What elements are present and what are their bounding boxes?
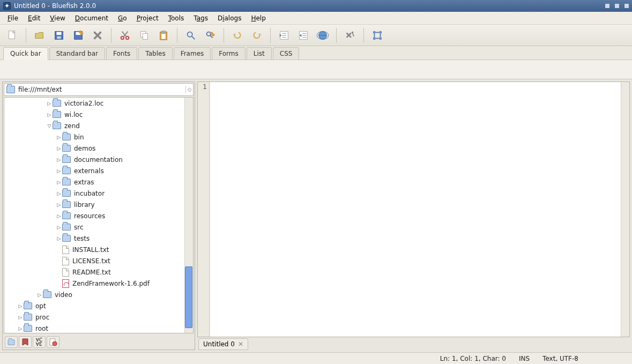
tab-frames[interactable]: Frames [174,47,211,60]
tree-item[interactable]: ▽zend [4,120,193,131]
expand-icon[interactable]: ▷ [56,146,62,151]
folder-icon [62,224,71,231]
find-replace-button[interactable] [202,27,218,43]
tab-tables[interactable]: Tables [138,47,172,60]
separator [26,28,26,43]
expand-icon[interactable]: ▷ [56,213,62,219]
expand-icon[interactable]: ▷ [56,225,62,230]
redo-button[interactable] [249,27,265,43]
close-tab-icon[interactable]: ✕ [238,340,243,348]
copy-button[interactable] [136,27,152,43]
unindent-button[interactable] [276,27,292,43]
editor-scrollbar[interactable] [621,82,629,337]
preferences-button[interactable] [342,27,358,43]
expand-icon[interactable]: ▷ [36,292,43,298]
new-file-button[interactable] [4,27,20,43]
tree-item[interactable]: ▷externals [4,165,193,176]
tree-item[interactable]: ▷proc [4,311,193,323]
svg-rect-11 [161,31,165,33]
tree-item[interactable]: ▷documentation [4,154,193,165]
folder-icon [24,325,32,332]
folder-icon [62,133,71,140]
tree-item[interactable]: ▷opt [4,300,193,311]
expand-icon[interactable]: ▷ [17,326,24,331]
expand-icon[interactable]: ▷ [56,157,62,162]
menu-file[interactable]: File [3,13,23,23]
tree-item[interactable]: ▷resources [4,210,193,221]
menu-view[interactable]: View [46,13,69,23]
preview-browser-button[interactable] [315,27,331,43]
menu-project[interactable]: Project [132,13,163,23]
expand-icon[interactable]: ▷ [56,180,62,185]
menu-edit[interactable]: Edit [24,13,44,23]
separator [224,28,224,43]
expand-icon[interactable]: ▷ [17,303,24,309]
close-icon[interactable] [624,4,629,8]
path-combo[interactable]: file:///mnt/ext ◇ [4,83,194,96]
status-encoding: Text, UTF-8 [536,355,585,362]
expand-icon[interactable]: ▷ [17,315,24,320]
tree-item[interactable]: ▷incubator [4,188,193,199]
expand-icon[interactable]: ▷ [46,101,53,106]
expand-icon[interactable]: ▷ [56,236,62,241]
expand-icon[interactable]: ▷ [56,168,62,174]
tree-item[interactable]: ▷demos [4,143,193,154]
open-file-button[interactable] [32,27,48,43]
menu-dialogs[interactable]: Dialogs [213,13,246,23]
expand-icon[interactable]: ▷ [56,135,62,140]
close-file-button[interactable] [90,27,106,43]
snippets-tab-icon[interactable] [47,336,60,348]
tree-item[interactable]: ▷src [4,221,193,233]
menu-go[interactable]: Go [114,13,131,23]
document-tab[interactable]: Untitled 0 ✕ [198,338,248,350]
bookmarks-tab-icon[interactable] [19,336,32,348]
tab-fonts[interactable]: Fonts [106,47,137,60]
tree-item[interactable]: ▷victoria2.loc [4,98,193,109]
tab-forms[interactable]: Forms [212,47,245,60]
tab-css[interactable]: CSS [273,47,300,60]
menu-help[interactable]: Help [247,13,270,23]
tree-scrollbar[interactable] [184,98,193,333]
maximize-icon[interactable] [615,4,619,8]
fullscreen-button[interactable] [369,27,385,43]
cut-button[interactable] [117,27,133,43]
tree-item[interactable]: ▷extras [4,176,193,188]
tree-item[interactable]: ▷library [4,199,193,210]
paste-button[interactable] [155,27,172,43]
tab-standardbar[interactable]: Standard bar [49,47,105,60]
filebrowser-tab-icon[interactable] [5,336,18,348]
collapse-icon[interactable]: ▽ [46,123,53,129]
charmap-tab-icon[interactable]: ∀C∀E [33,336,46,348]
expand-icon[interactable]: ▷ [46,112,53,117]
expand-icon[interactable]: ▷ [56,191,62,196]
tab-quickbar[interactable]: Quick bar [3,47,48,60]
menu-tags[interactable]: Tags [189,13,212,23]
minimize-icon[interactable] [605,4,609,8]
tree-item[interactable]: ▷bin [4,131,193,143]
indent-button[interactable] [295,27,311,43]
scrollbar-thumb[interactable] [185,266,192,328]
tree-item[interactable]: ▷video [4,289,193,300]
tab-list[interactable]: List [247,47,272,60]
tree-item[interactable]: INSTALL.txt [4,244,193,255]
folder-icon [62,167,71,174]
save-as-button[interactable] [70,27,86,43]
expand-icon[interactable]: ▷ [56,202,62,207]
editor-textarea[interactable] [210,82,621,337]
save-button[interactable] [51,27,67,43]
menu-document[interactable]: Document [71,13,113,23]
find-button[interactable] [183,27,199,43]
file-tree[interactable]: ▷victoria2.loc▷wi.loc▽zend▷bin▷demos▷doc… [4,98,193,333]
dropdown-icon[interactable]: ◇ [185,86,193,93]
tree-item[interactable]: ▷tests [4,233,193,244]
menu-tools[interactable]: Tools [164,13,189,23]
undo-button[interactable] [229,27,246,43]
tree-item[interactable]: ▷root [4,323,193,333]
separator [270,28,271,43]
svg-rect-9 [143,33,147,39]
svg-point-14 [207,32,211,35]
tree-item[interactable]: LICENSE.txt [4,255,193,266]
tree-item[interactable]: ▷wi.loc [4,109,193,120]
tree-item[interactable]: ZendFramework-1.6.pdf [4,278,193,289]
tree-item[interactable]: README.txt [4,266,193,278]
